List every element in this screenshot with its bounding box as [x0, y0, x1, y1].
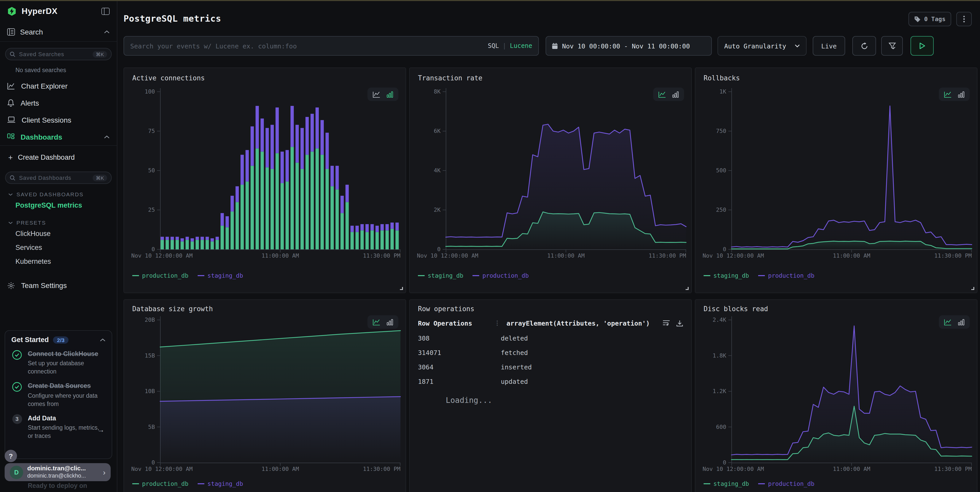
database-size-growth-chart[interactable]: 05B10B15B20BNov 10 12:00:00 AM11:00:00 A…: [124, 300, 406, 492]
preset-kubernetes[interactable]: Kubernetes: [0, 254, 117, 268]
saved-dashboards-header[interactable]: SAVED DASHBOARDS: [0, 184, 117, 198]
disc-blocks-read-chart[interactable]: 06001.2K1.8K2.4KNov 10 12:00:00 AM11:00:…: [695, 300, 977, 492]
resize-handle[interactable]: [971, 286, 974, 290]
granularity-select[interactable]: Auto Granularity: [718, 36, 807, 56]
sidebar: HyperDX Search Saved Searches ⌘K No save…: [0, 0, 117, 492]
get-started-step-add-data[interactable]: 3 Add Data Start sending logs, metrics, …: [11, 414, 105, 440]
line-chart-toggle-icon[interactable]: [658, 91, 666, 97]
chevron-up-icon[interactable]: [104, 135, 110, 138]
refresh-button[interactable]: [852, 36, 876, 56]
svg-text:10B: 10B: [145, 388, 155, 395]
get-started-step-sources[interactable]: Create Data Sources Configure where your…: [11, 382, 105, 408]
sidebar-item-dashboards[interactable]: Dashboards: [0, 128, 117, 146]
table-row[interactable]: 314071fetched: [418, 345, 683, 359]
chevron-down-icon: [8, 221, 13, 224]
line-chart-toggle-icon[interactable]: [373, 91, 380, 97]
table-row[interactable]: 1871updated: [418, 374, 683, 388]
help-button[interactable]: ?: [5, 450, 17, 462]
legend-item-staging_db[interactable]: staging_db: [703, 480, 749, 487]
collapse-sidebar-icon[interactable]: [102, 8, 110, 15]
table-column-header[interactable]: Row Operations: [418, 319, 494, 327]
legend-item-production_db[interactable]: production_db: [759, 480, 815, 487]
bar-chart-toggle-icon[interactable]: [387, 91, 393, 97]
svg-text:11:30:00 PM: 11:30:00 PM: [649, 252, 686, 259]
saved-dashboard-postgresql-metrics[interactable]: PostgreSQL metrics: [0, 198, 117, 212]
svg-text:0: 0: [723, 459, 726, 466]
table-body: 308deleted314071fetched3064inserted1871u…: [418, 331, 683, 388]
svg-text:2.4K: 2.4K: [713, 316, 727, 323]
kebab-icon: [963, 16, 965, 23]
sidebar-item-alerts[interactable]: Alerts: [0, 94, 117, 111]
chart-type-toggle: [939, 88, 970, 101]
transaction-rate-chart[interactable]: 02K4K6K8KNov 10 12:00:00 AM11:00:00 AM11…: [410, 68, 692, 293]
run-query-button[interactable]: [910, 36, 934, 56]
legend-item-production_db[interactable]: production_db: [132, 272, 188, 279]
preset-clickhouse[interactable]: ClickHouse: [0, 227, 117, 241]
text-wrap-icon[interactable]: [662, 320, 670, 326]
lucene-mode-toggle[interactable]: Lucene: [510, 42, 532, 50]
user-menu[interactable]: D dominic.tran@clic... dominic.tran@clic…: [5, 463, 111, 481]
table-row[interactable]: 3064inserted: [418, 359, 683, 374]
toolbar: Search your events w/ Lucene ex. column:…: [124, 36, 934, 56]
saved-searches-input[interactable]: Saved Searches ⌘K: [5, 48, 112, 60]
svg-text:11:00:00 AM: 11:00:00 AM: [833, 252, 870, 259]
filter-icon: [888, 42, 896, 50]
download-icon[interactable]: [676, 319, 683, 326]
chart-legend: staging_dbproduction_db: [703, 272, 815, 279]
legend-item-production_db[interactable]: production_db: [132, 480, 188, 487]
laptop-icon: [7, 117, 16, 123]
panel-menu-button[interactable]: [956, 12, 972, 26]
table-column-header[interactable]: arrayElement(Attributes, 'operation'): [506, 319, 650, 327]
arrow-right-icon: →: [97, 425, 105, 434]
line-chart-toggle-icon[interactable]: [944, 91, 952, 97]
active-connections-chart[interactable]: 0255075100Nov 10 12:00:00 AM11:00:00 AM1…: [124, 68, 406, 293]
svg-text:100: 100: [145, 88, 155, 95]
bar-chart-toggle-icon[interactable]: [958, 91, 964, 97]
svg-text:600: 600: [716, 424, 726, 430]
event-search-input[interactable]: Search your events w/ Lucene ex. column:…: [124, 36, 539, 56]
sidebar-item-team-settings[interactable]: Team Settings: [0, 276, 117, 294]
svg-text:2K: 2K: [434, 207, 441, 213]
svg-text:Nov 10 12:00:00 AM: Nov 10 12:00:00 AM: [703, 252, 764, 259]
get-started-title: Get Started: [11, 336, 49, 343]
legend-item-staging_db[interactable]: staging_db: [703, 272, 749, 279]
rollbacks-chart[interactable]: 02505007501KNov 10 12:00:00 AM11:00:00 A…: [695, 68, 977, 293]
svg-text:20B: 20B: [145, 316, 155, 323]
tags-button[interactable]: 0 Tags: [909, 12, 951, 26]
sidebar-item-client-sessions[interactable]: Client Sessions: [0, 111, 117, 128]
chevron-up-icon[interactable]: [100, 338, 105, 341]
chart-legend: staging_dbproduction_db: [703, 480, 815, 487]
resize-handle[interactable]: [399, 286, 403, 290]
sql-mode-toggle[interactable]: SQL: [488, 42, 499, 50]
dashboards-grid-icon: [7, 133, 14, 141]
line-chart-toggle-icon[interactable]: [373, 319, 380, 325]
legend-item-staging_db[interactable]: staging_db: [418, 272, 463, 279]
create-dashboard-button[interactable]: + Create Dashboard: [0, 149, 117, 165]
presets-header[interactable]: PRESETS: [0, 212, 117, 227]
chevron-up-icon[interactable]: [104, 30, 110, 34]
line-chart-toggle-icon[interactable]: [944, 319, 952, 325]
svg-text:1.8K: 1.8K: [713, 352, 727, 359]
legend-item-production_db[interactable]: production_db: [759, 272, 815, 279]
bar-chart-toggle-icon[interactable]: [958, 319, 964, 325]
legend-item-staging_db[interactable]: staging_db: [198, 272, 243, 279]
sidebar-item-search[interactable]: Search: [0, 23, 117, 42]
sidebar-item-chart-explorer[interactable]: Chart Explorer: [0, 77, 117, 94]
bar-chart-toggle-icon[interactable]: [387, 319, 393, 325]
filter-button[interactable]: [881, 36, 903, 56]
saved-dashboards-input[interactable]: Saved Dashboards ⌘K: [5, 172, 112, 184]
table-row[interactable]: 308deleted: [418, 331, 683, 345]
legend-item-staging_db[interactable]: staging_db: [198, 480, 243, 487]
time-range-picker[interactable]: Nov 10 00:00:00 - Nov 11 00:00:00: [546, 36, 712, 56]
legend-item-production_db[interactable]: production_db: [473, 272, 529, 279]
get-started-step-connect[interactable]: Connect to ClickHouse Set up your databa…: [11, 350, 105, 376]
get-started-card: Get Started 2/3 Connect to ClickHouse Se…: [5, 330, 112, 459]
svg-text:15B: 15B: [145, 352, 155, 359]
resize-handle[interactable]: [685, 286, 689, 290]
column-resize-handle[interactable]: ⋮: [494, 319, 500, 327]
preset-services[interactable]: Services: [0, 241, 117, 254]
svg-text:11:00:00 AM: 11:00:00 AM: [547, 252, 585, 259]
live-button[interactable]: Live: [813, 36, 845, 56]
bar-chart-toggle-icon[interactable]: [672, 91, 679, 97]
chart-legend: staging_dbproduction_db: [418, 272, 529, 279]
